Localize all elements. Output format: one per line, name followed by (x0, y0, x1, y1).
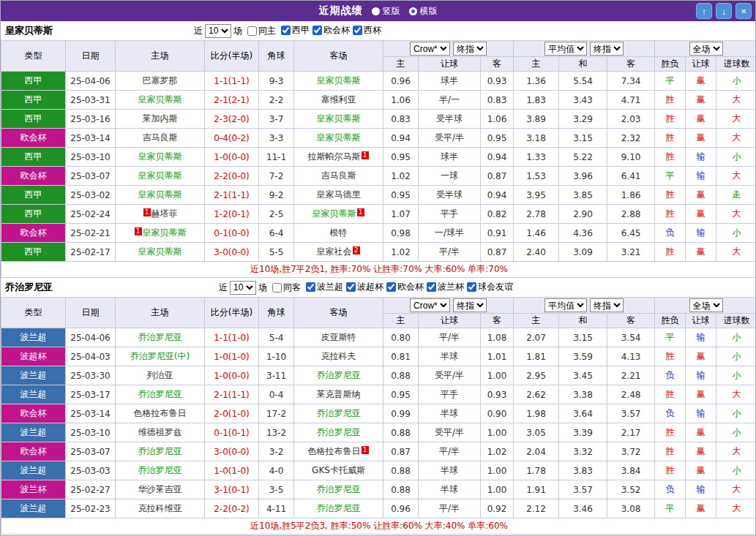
score: 2-0(1-0) (205, 404, 259, 423)
team-name-text: 皇家贝蒂斯 (317, 113, 361, 124)
euro-odds-controls: 平均值 终指 (514, 298, 655, 314)
odds-stage-select[interactable]: 终指 (590, 298, 624, 312)
away-team: 乔治罗尼亚 (294, 499, 383, 518)
league-badge: 波兰杯 (1, 480, 66, 499)
euro-away-odds: 3.52 (607, 480, 655, 499)
same-venue-checkbox[interactable] (247, 26, 257, 36)
column-header: 让球 (419, 314, 481, 328)
league-filter[interactable]: 西杯 (353, 24, 381, 37)
league-badge: 欧会杯 (1, 404, 66, 423)
asia-handicap: 平/半 (419, 328, 481, 347)
radio-icon (372, 7, 380, 15)
layout-radio-vertical[interactable]: 竖版 (372, 5, 400, 18)
team-name-text: 乔治罗尼亚 (138, 389, 182, 399)
bookmaker-select[interactable]: Crow* (410, 42, 450, 56)
asia-away-odds: 1.00 (481, 461, 514, 480)
league-checkbox[interactable] (386, 282, 396, 292)
league-badge: 西甲 (1, 91, 66, 110)
home-team: 乔治罗尼亚(中) (116, 347, 205, 366)
bookmaker-select[interactable]: Crow* (410, 298, 450, 312)
period-select[interactable]: 全场 (689, 298, 723, 312)
league-filter[interactable]: 球会友谊 (467, 281, 513, 293)
match-date: 25-03-14 (66, 404, 116, 423)
league-checkbox[interactable] (306, 282, 315, 292)
same-venue-filter[interactable]: 同客 (272, 282, 301, 294)
handicap-result: 赢 (686, 385, 716, 404)
asia-away-odds: 0.93 (481, 385, 514, 404)
goals-result: 小 (716, 72, 756, 91)
column-header: 客 (481, 57, 514, 72)
win-draw-loss-result: 负 (655, 224, 686, 243)
match-count-select[interactable]: 10 (205, 24, 231, 38)
average-select[interactable]: 平均值 (544, 298, 587, 312)
league-badge: 波兰超 (1, 461, 66, 480)
league-checkbox[interactable] (427, 282, 436, 292)
league-filter[interactable]: 西甲 (281, 24, 310, 37)
score: 2-1(2-1) (205, 91, 259, 110)
window-title: 近期战绩 (319, 4, 363, 18)
handicap-result: 赢 (686, 347, 716, 366)
column-header: 主 (383, 314, 419, 328)
league-filter-label: 波兰超 (317, 281, 343, 293)
league-badge: 西甲 (1, 110, 66, 129)
league-filter-label: 西杯 (364, 24, 381, 37)
odds-stage-select[interactable]: 终指 (453, 42, 487, 56)
period-select[interactable]: 全场 (689, 42, 723, 56)
league-checkbox[interactable] (353, 26, 362, 35)
euro-home-odds: 1.91 (514, 480, 559, 499)
same-venue-checkbox[interactable] (272, 283, 282, 292)
win-draw-loss-result: 平 (655, 499, 686, 518)
home-team: 莱加内斯 (116, 110, 205, 129)
column-header: 让球 (419, 57, 481, 72)
match-row: 西甲25-04-06巴塞罗那1-1(1-1)9-3皇家贝蒂斯0.96球半0.93… (1, 72, 756, 91)
move-up-button[interactable]: ↑ (696, 3, 712, 19)
move-down-button[interactable]: ↓ (716, 3, 732, 19)
average-select[interactable]: 平均值 (544, 42, 587, 56)
corner-score: 2-5 (259, 205, 294, 224)
euro-draw-odds: 3.38 (559, 385, 607, 404)
titlebar-center: 近期战绩 竖版 横版 (319, 4, 438, 18)
same-venue-filter[interactable]: 同主 (247, 25, 276, 37)
match-count-select[interactable]: 10 (230, 281, 256, 295)
handicap-result: 赢 (686, 442, 716, 461)
asia-away-odds: 0.94 (481, 186, 514, 205)
league-checkbox[interactable] (467, 282, 476, 292)
matches-body: 波兰超25-04-06乔治罗尼亚1-1(1-0)5-4皮亚斯特0.80平/半1.… (1, 328, 756, 518)
league-badge: 欧会杯 (1, 167, 66, 186)
close-button[interactable]: × (736, 3, 752, 19)
match-date: 25-02-23 (66, 499, 116, 518)
euro-draw-odds: 3.64 (559, 404, 607, 423)
euro-home-odds: 1.36 (514, 72, 559, 91)
win-draw-loss-result: 胜 (655, 110, 686, 129)
team-name-text: 吉马良斯 (321, 170, 356, 181)
league-badge: 西甲 (1, 205, 66, 224)
asia-handicap: 半球 (419, 347, 481, 366)
league-checkbox[interactable] (312, 26, 322, 35)
corner-score: 13-2 (259, 423, 294, 442)
odds-stage-select[interactable]: 终指 (453, 298, 487, 312)
league-filter[interactable]: 欧会杯 (312, 24, 350, 37)
league-filter[interactable]: 波超杯 (346, 281, 383, 293)
asia-away-odds: 0.82 (481, 205, 514, 224)
league-filter[interactable]: 波兰超 (306, 281, 343, 293)
layout-radio-horizontal[interactable]: 横版 (409, 5, 438, 18)
team-name-text: 维德祖罗兹 (138, 427, 182, 437)
league-checkbox[interactable] (281, 26, 291, 35)
team-name-text: 莱加内斯 (143, 113, 178, 124)
league-filter[interactable]: 波兰杯 (427, 281, 464, 293)
euro-home-odds: 3.05 (514, 423, 559, 442)
handicap-result: 输 (686, 224, 716, 243)
asia-home-odds: 0.95 (383, 148, 419, 167)
league-checkbox[interactable] (346, 282, 356, 292)
handicap-result: 赢 (686, 499, 716, 518)
handicap-result: 赢 (686, 205, 716, 224)
euro-away-odds: 2.21 (607, 366, 655, 385)
euro-home-odds: 2.07 (514, 328, 559, 347)
odds-stage-select[interactable]: 终指 (590, 42, 624, 56)
league-badge: 西甲 (1, 72, 66, 91)
league-filter[interactable]: 欧会杯 (386, 281, 424, 293)
league-filter-label: 球会友谊 (478, 281, 513, 293)
corner-score: 2-2 (259, 91, 294, 110)
euro-draw-odds: 4.36 (559, 224, 607, 243)
asia-home-odds: 0.94 (383, 129, 419, 148)
